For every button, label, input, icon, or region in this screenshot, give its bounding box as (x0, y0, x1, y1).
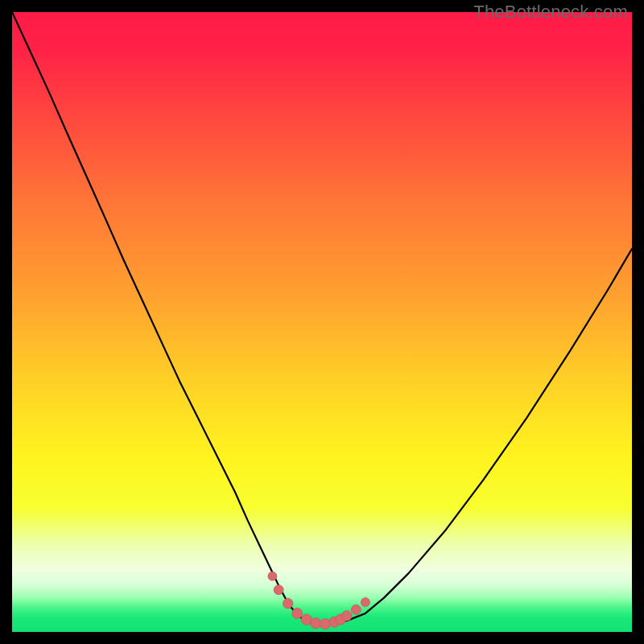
valley-marker (320, 618, 330, 629)
watermark-text: TheBottleneck.com (473, 2, 628, 23)
chart-stage: TheBottleneck.com (0, 0, 644, 644)
valley-marker (351, 605, 361, 614)
curve-layer (12, 12, 632, 632)
valley-marker (283, 598, 293, 609)
valley-marker (268, 572, 277, 580)
valley-marker (274, 585, 283, 595)
valley-markers (268, 572, 370, 629)
plot-area (12, 12, 632, 632)
valley-marker (361, 598, 369, 607)
valley-marker (342, 611, 353, 621)
valley-marker (292, 608, 303, 618)
bottleneck-curve (12, 12, 632, 624)
